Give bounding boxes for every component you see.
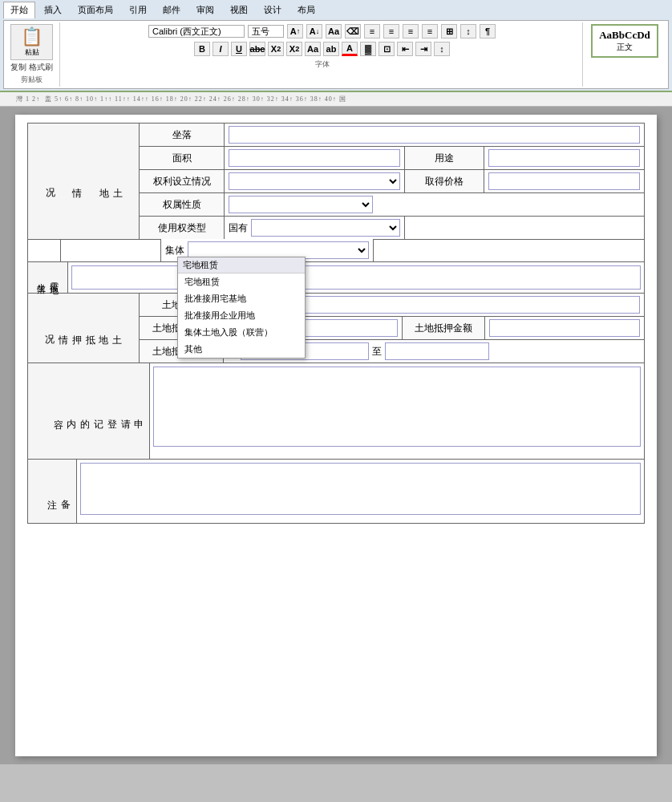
- font-shrink-button[interactable]: A↓: [306, 24, 322, 38]
- acquire-price-input-cell: [484, 170, 645, 193]
- usage-input-cell: [484, 147, 645, 170]
- tab-layout[interactable]: 页面布局: [71, 2, 120, 18]
- highlight-button[interactable]: ab: [323, 42, 339, 56]
- state-owned-label: 国有: [229, 221, 248, 235]
- application-label: 申请登记的内容: [28, 363, 150, 460]
- italic-button[interactable]: I: [213, 42, 229, 56]
- dropdown-item[interactable]: 宅地租赁: [178, 273, 305, 290]
- application-textarea[interactable]: [153, 367, 641, 447]
- land-info-label: 土地情况: [28, 124, 140, 240]
- indent-increase-button[interactable]: ⇥: [415, 42, 431, 56]
- state-owned-extra: [404, 217, 644, 240]
- tab-bloayout[interactable]: 布局: [290, 2, 322, 18]
- mortgage-label: 土地抵押情况: [28, 294, 140, 363]
- align-left-button[interactable]: ≡: [364, 24, 380, 38]
- center-button[interactable]: ≡: [383, 24, 399, 38]
- application-row: 申请登记的内容: [28, 363, 645, 460]
- needs-land-input[interactable]: [71, 265, 642, 290]
- tab-design[interactable]: 设计: [257, 2, 289, 18]
- collective-input-cell: 集体 宅地租赁 宅地租赁 批准接用宅基地 批准接用企业用地 集体土地入股（联营）…: [161, 239, 374, 262]
- superscript-button[interactable]: X2: [286, 42, 302, 56]
- ownership-select[interactable]: [229, 196, 373, 213]
- rights-label: 权利设立情况: [140, 170, 225, 193]
- font-name-input[interactable]: [148, 25, 245, 38]
- location-input-cell: [225, 124, 645, 147]
- spacer3-cell: [373, 239, 644, 262]
- dropdown-item[interactable]: 批准接用宅基地: [178, 290, 305, 307]
- change-case-button[interactable]: Aa: [326, 24, 342, 38]
- sort-button[interactable]: ↕: [460, 24, 476, 38]
- font-size-input[interactable]: [248, 25, 284, 38]
- to-label: 至: [372, 345, 382, 358]
- border-button[interactable]: ⊡: [379, 42, 395, 56]
- case-button[interactable]: Aa: [305, 42, 321, 56]
- subscript-button[interactable]: X2: [268, 42, 284, 56]
- usage-input[interactable]: [488, 149, 640, 167]
- tab-review[interactable]: 审阅: [189, 2, 221, 18]
- ribbon-content: 📋 粘贴 复制 格式刷 剪贴板 A↑ A↓ Aa ⌫ ≡ ≡ ≡ ≡: [3, 20, 669, 89]
- form-table: 土地情况 坐落 面积 用途 权利设立情况: [27, 123, 645, 240]
- area-input[interactable]: [229, 149, 399, 167]
- spacer-cell: [28, 239, 61, 262]
- show-marks-button[interactable]: ¶: [480, 24, 496, 38]
- dropdown-item[interactable]: 批准接用企业用地: [178, 307, 305, 324]
- acquire-price-input[interactable]: [488, 172, 640, 190]
- font-row2: B I U abc X2 X2 Aa ab A ▓ ⊡ ⇤ ⇥ ↕: [194, 42, 450, 56]
- collective-dropdown-popup: 宅地租赁 宅地租赁 批准接用宅基地 批准接用企业用地 集体土地入股（联营） 其他: [177, 257, 306, 358]
- ownership-input-cell: [225, 193, 645, 217]
- align-right-button[interactable]: ≡: [403, 24, 419, 38]
- clipboard-label: 剪贴板: [10, 75, 53, 85]
- rights-input-cell: [225, 170, 404, 193]
- copy-button[interactable]: 复制: [10, 62, 26, 73]
- land-price-row: 土地抵押情况 土地价格: [28, 294, 645, 317]
- notes-input-cell: [76, 460, 644, 524]
- form-table-collective: 集体 宅地租赁 宅地租赁 批准接用宅基地 批准接用企业用地 集体土地入股（联营）…: [27, 239, 645, 262]
- linespacing-button[interactable]: ↕: [434, 42, 450, 56]
- spacer2-cell: [61, 239, 161, 262]
- clipboard-group: 📋 粘贴 复制 格式刷 剪贴板: [7, 22, 60, 87]
- tab-references[interactable]: 引用: [122, 2, 154, 18]
- font-grow-button[interactable]: A↑: [287, 24, 303, 38]
- bold-button[interactable]: B: [194, 42, 210, 56]
- mortgage-amount-input[interactable]: [489, 319, 640, 337]
- rights-select[interactable]: [229, 172, 399, 190]
- usage-label: 用途: [404, 147, 484, 170]
- style-preview[interactable]: AaBbCcDd 正文: [591, 24, 658, 58]
- underline-button[interactable]: U: [231, 42, 247, 56]
- font-color-button[interactable]: A: [342, 42, 358, 56]
- format-painter-button[interactable]: 格式刷: [29, 62, 53, 73]
- dropdown-item[interactable]: 集体土地入股（联营）: [178, 324, 305, 341]
- location-label: 坐落: [140, 124, 225, 147]
- form-table-mortgage: 土地抵押情况 土地价格 土地抵押面积 土地抵押金额 土地抵押期限: [27, 293, 645, 363]
- clear-format-button[interactable]: ⌫: [345, 24, 361, 38]
- paste-button[interactable]: 📋 粘贴: [10, 24, 53, 60]
- font-row1: A↑ A↓ Aa ⌫ ≡ ≡ ≡ ≡ ⊞ ↕ ¶: [148, 24, 496, 38]
- tab-view[interactable]: 视图: [223, 2, 255, 18]
- location-input[interactable]: [229, 126, 640, 144]
- strikethrough-button[interactable]: abc: [249, 42, 265, 56]
- ribbon: 开始 插入 页面布局 引用 邮件 审阅 视图 设计 布局 📋 粘贴 复制 格式刷…: [0, 0, 672, 92]
- form-table-application: 申请登记的内容: [27, 363, 645, 460]
- application-input-cell: [150, 363, 645, 460]
- state-owned-cell: 国有: [225, 217, 404, 240]
- columns-button[interactable]: ⊞: [441, 24, 457, 38]
- font-group-label: 字体: [315, 59, 330, 70]
- dropdown-item[interactable]: 其他: [178, 341, 305, 358]
- form-table-needs-land: 需役地坐落: [27, 261, 645, 294]
- notes-textarea[interactable]: [80, 463, 641, 515]
- acquire-price-label: 取得价格: [404, 170, 484, 193]
- font-group: A↑ A↓ Aa ⌫ ≡ ≡ ≡ ≡ ⊞ ↕ ¶ B I U abc X2 X2…: [62, 22, 583, 87]
- shading-button[interactable]: ▓: [360, 42, 376, 56]
- tab-start[interactable]: 开始: [3, 2, 35, 18]
- mortgage-to-input[interactable]: [385, 342, 489, 360]
- tab-mail[interactable]: 邮件: [156, 2, 188, 18]
- mortgage-amount-input-cell: [485, 317, 645, 340]
- notes-label: 备注: [28, 460, 77, 524]
- ownership-label: 权属性质: [140, 193, 225, 217]
- tab-insert[interactable]: 插入: [37, 2, 69, 18]
- ruler: 灣 1 2↑ 盖 5↑ 6↑ 8↑ 10↑ 1↑↑ 11↑↑ 14↑↑ 16↑ …: [0, 92, 672, 107]
- table-row-collective: 集体 宅地租赁 宅地租赁 批准接用宅基地 批准接用企业用地 集体土地入股（联营）…: [28, 239, 645, 262]
- state-owned-select[interactable]: [251, 219, 399, 237]
- justify-button[interactable]: ≡: [422, 24, 438, 38]
- indent-decrease-button[interactable]: ⇤: [397, 42, 413, 56]
